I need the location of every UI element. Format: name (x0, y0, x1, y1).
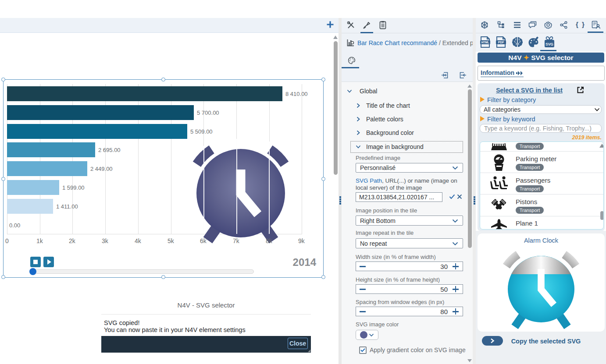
svg-text:HTML: HTML (481, 41, 489, 44)
svg-text:SVG: SVG (545, 42, 553, 46)
svg-text:PDF: PDF (498, 41, 504, 44)
